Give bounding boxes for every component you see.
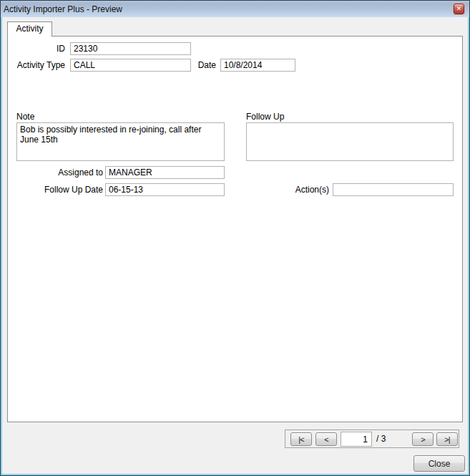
follow-up-date-label: Follow Up Date — [8, 184, 103, 196]
window-body: Activity ID Activity Type Date Note Bob … — [1, 17, 469, 475]
dialog-window: Activity Importer Plus - Preview ✕ Activ… — [0, 0, 470, 476]
id-field[interactable] — [70, 42, 191, 55]
page-total-label: / 3 — [376, 430, 386, 448]
page-number-input[interactable] — [341, 432, 372, 447]
assigned-to-label: Assigned to — [8, 167, 103, 179]
tab-activity[interactable]: Activity — [7, 21, 52, 37]
close-button[interactable]: Close — [413, 455, 465, 472]
tab-page-activity: ID Activity Type Date Note Bob is possib… — [7, 36, 463, 422]
follow-up-label: Follow Up — [246, 111, 284, 123]
close-icon[interactable]: ✕ — [454, 4, 464, 14]
follow-up-field[interactable] — [246, 122, 454, 161]
client-area: Activity ID Activity Type Date Note Bob … — [2, 17, 468, 474]
follow-up-date-field[interactable] — [105, 183, 225, 196]
assigned-to-field[interactable] — [105, 166, 225, 179]
titlebar[interactable]: Activity Importer Plus - Preview ✕ — [1, 1, 469, 17]
activity-type-label: Activity Type — [8, 59, 65, 72]
prev-page-button[interactable]: < — [315, 432, 337, 446]
id-label: ID — [8, 43, 65, 55]
last-page-button[interactable]: >| — [436, 432, 458, 446]
date-label: Date — [172, 59, 216, 72]
actions-field[interactable] — [333, 183, 454, 196]
date-field[interactable] — [220, 59, 295, 72]
actions-label: Action(s) — [244, 184, 329, 196]
note-label: Note — [16, 111, 34, 123]
window-title: Activity Importer Plus - Preview — [1, 4, 122, 14]
first-page-button[interactable]: |< — [290, 432, 312, 446]
note-field[interactable]: Bob is possibly interested in re-joining… — [16, 122, 225, 161]
pager-panel: |< < / 3 > >| — [285, 429, 459, 448]
next-page-button[interactable]: > — [412, 432, 434, 446]
